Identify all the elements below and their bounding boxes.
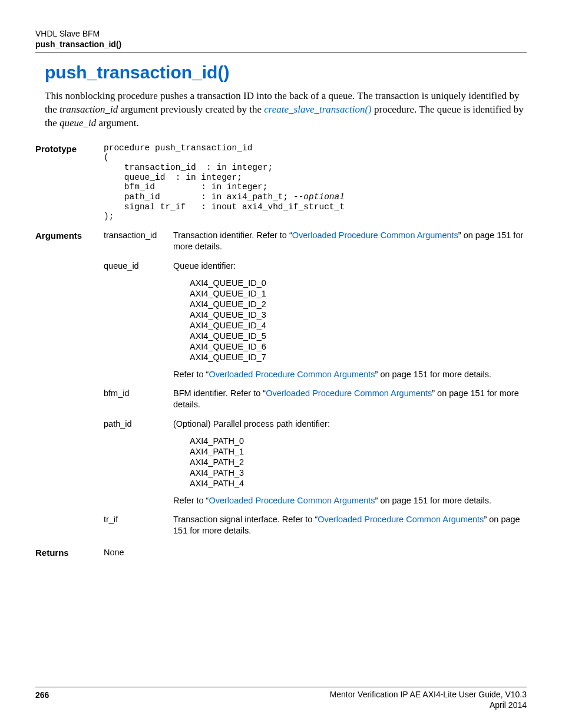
arg-row-tr-if: tr_if Transaction signal interface. Refe… [35,514,527,542]
arg-row-bfm-id: bfm_id BFM identifier. Refer to “Overloa… [35,388,527,416]
intro-arg2: queue_id [59,117,96,129]
prototype-row: Prototype procedure push_transaction_id … [35,143,527,222]
path-id-enum: AXI4_PATH_0 AXI4_PATH_1 AXI4_PATH_2 AXI4… [190,436,527,489]
footer-date: April 2014 [330,700,527,711]
intro-paragraph: This nonblocking procedure pushes a tran… [45,90,527,130]
intro-arg1: transaction_id [59,104,118,115]
arg-row-path-id: path_id (Optional) Parallel process path… [35,419,527,512]
queue-id-enum: AXI4_QUEUE_ID_0 AXI4_QUEUE_ID_1 AXI4_QUE… [190,278,527,363]
arg-desc-transaction-id: Transaction identifier. Refer to “Overlo… [173,230,527,258]
prototype-code: procedure push_transaction_id ( transact… [104,143,527,222]
intro-text: argument. [96,117,138,129]
intro-text: argument previously created by the [118,104,264,115]
returns-label: Returns [35,547,104,559]
arg-name-queue-id: queue_id [104,261,173,272]
arguments-row: Arguments transaction_id Transaction ide… [35,230,527,258]
page-title: push_transaction_id() [45,61,527,85]
footer-guide: Mentor Verification IP AE AXI4-Lite User… [330,690,527,700]
arg-desc-bfm-id: BFM identifier. Refer to “Overloaded Pro… [173,388,527,416]
page-number: 266 [35,690,49,710]
overloaded-args-link[interactable]: Overloaded Procedure Common Arguments [318,515,484,524]
header-section: VHDL Slave BFM [35,28,527,39]
overloaded-args-link[interactable]: Overloaded Procedure Common Arguments [209,496,375,505]
arg-desc-tr-if: Transaction signal interface. Refer to “… [173,514,527,542]
page-footer: 266 Mentor Verification IP AE AXI4-Lite … [35,683,527,710]
arguments-label: Arguments [35,230,104,242]
arg-name-bfm-id: bfm_id [104,388,173,400]
prototype-label: Prototype [35,143,104,155]
arg-name-tr-if: tr_if [104,514,173,526]
header-rule [35,52,527,52]
overloaded-args-link[interactable]: Overloaded Procedure Common Arguments [266,388,432,398]
arg-name-path-id: path_id [104,419,173,430]
overloaded-args-link[interactable]: Overloaded Procedure Common Arguments [292,230,458,240]
header-subsection: push_transaction_id() [35,39,527,50]
overloaded-args-link[interactable]: Overloaded Procedure Common Arguments [209,370,375,379]
create-slave-transaction-link[interactable]: create_slave_transaction() [264,104,372,115]
returns-value: None [104,547,173,559]
arg-row-queue-id: queue_id Queue identifier: AXI4_QUEUE_ID… [35,261,527,386]
page-header: VHDL Slave BFM push_transaction_id() [35,28,527,50]
arg-desc-queue-id: Queue identifier: AXI4_QUEUE_ID_0 AXI4_Q… [173,261,527,386]
returns-row: Returns None [35,547,527,559]
arg-name-transaction-id: transaction_id [104,230,173,242]
arg-desc-path-id: (Optional) Parallel process path identif… [173,419,527,512]
